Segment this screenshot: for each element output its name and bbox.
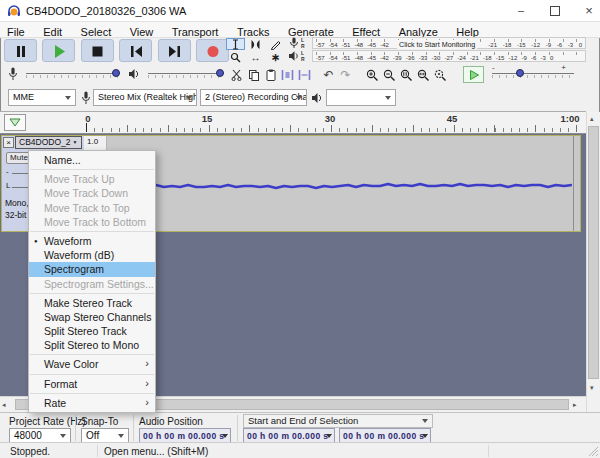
menu-item-name[interactable]: Name...	[29, 153, 155, 167]
timeline-label: 30	[325, 113, 336, 124]
menu-item-format[interactable]: Format›	[29, 377, 155, 391]
zoom-tool-icon	[230, 52, 241, 63]
recording-meter[interactable]: L R -57 -54 -51 -48 -45 -42 Click to Sta…	[288, 37, 586, 49]
menu-item-move-track-to-top: Move Track to Top	[29, 201, 155, 215]
envelope-tool-button[interactable]	[246, 38, 265, 50]
time-shift-tool-button[interactable]: ↔	[246, 51, 265, 63]
monitoring-message[interactable]: Click to Start Monitoring	[397, 40, 477, 49]
recording-volume-slider[interactable]	[26, 67, 120, 81]
speaker-icon	[288, 50, 299, 62]
scroll-up-icon[interactable]: ▴	[590, 115, 594, 123]
waveform	[108, 136, 572, 231]
selection-mode-select[interactable]: Start and End of Selection	[243, 414, 433, 428]
submenu-arrow-icon: ›	[145, 376, 149, 390]
skip-to-end-icon	[166, 43, 182, 59]
recording-meter-panel: -57 -54 -51 -48 -45 -42 Click to Start M…	[312, 37, 586, 49]
timeline-ruler[interactable]: 0 15 30 45 1:00	[0, 111, 586, 134]
menu-item-swap-stereo-channels[interactable]: Swap Stereo Channels	[29, 310, 155, 324]
pause-button[interactable]	[4, 39, 37, 62]
menu-item-waveform[interactable]: ●Waveform	[29, 234, 155, 248]
zoom-in-button[interactable]	[364, 67, 381, 83]
selection-end-value: 00 h 00 m 00.000 s	[343, 431, 424, 441]
record-button[interactable]	[196, 39, 229, 62]
mic-icon	[81, 91, 91, 105]
menu-separator	[30, 169, 154, 170]
zoom-selection-button[interactable]	[398, 67, 415, 83]
track-name-button[interactable]: CB4DODO_2▼	[15, 136, 82, 149]
skip-to-end-button[interactable]	[158, 39, 191, 62]
selection-mode-value: Start and End of Selection	[248, 415, 358, 426]
snap-to-label: Snap-To	[81, 416, 118, 427]
vertical-scrollbar-thumb[interactable]	[588, 126, 599, 379]
scroll-down-icon[interactable]: ▾	[590, 384, 594, 392]
play-speed-thumb[interactable]	[516, 69, 524, 77]
playback-volume-thumb[interactable]	[216, 69, 224, 77]
menu-separator	[30, 231, 154, 232]
playback-device-select[interactable]	[326, 89, 396, 106]
maximize-button[interactable]	[540, 0, 570, 21]
menu-transport[interactable]: Transport	[165, 25, 226, 40]
minimize-button[interactable]: –	[506, 0, 536, 21]
menu-edit[interactable]: Edit	[36, 25, 69, 40]
recording-channels-select[interactable]: 2 (Stereo) Recording Chann	[200, 89, 307, 106]
zoom-out-button[interactable]	[381, 67, 398, 83]
play-speed-slider[interactable]: - +	[492, 67, 574, 81]
scroll-left-icon[interactable]: ◂	[2, 401, 6, 409]
resize-grip[interactable]	[589, 447, 598, 456]
play-button[interactable]	[42, 39, 75, 62]
scroll-right-icon[interactable]: ▸	[573, 401, 577, 409]
menu-item-split-stereo-track[interactable]: Split Stereo Track	[29, 324, 155, 338]
track-close-button[interactable]: ×	[3, 137, 14, 148]
menu-item-waveform-db[interactable]: Waveform (dB)	[29, 248, 155, 262]
recording-volume-thumb[interactable]	[112, 69, 120, 77]
menu-item-rate[interactable]: Rate›	[29, 396, 155, 410]
playhead-cursor	[86, 123, 87, 132]
stop-button[interactable]	[81, 39, 114, 62]
audio-host-select[interactable]: MME	[8, 89, 76, 106]
menu-view[interactable]: View	[123, 25, 161, 40]
zoom-toggle-icon	[434, 69, 447, 82]
menu-separator	[30, 374, 154, 375]
playback-meter-panel: -57 -54 -51 -48 -45 -42 -39 -36 -33 -30 …	[312, 50, 586, 62]
multi-tool-button[interactable]: ∗	[266, 51, 285, 63]
paste-button[interactable]	[262, 67, 279, 83]
selection-tool-button[interactable]	[226, 38, 245, 50]
trim-audio-button[interactable]	[279, 67, 296, 83]
menu-file[interactable]: File	[0, 25, 32, 40]
audacity-logo-icon	[7, 4, 21, 18]
timeline-options-button[interactable]	[4, 114, 26, 131]
close-button[interactable]: ×	[574, 0, 600, 21]
menu-item-split-stereo-to-mono[interactable]: Split Stereo to Mono	[29, 338, 155, 352]
trim-audio-icon	[281, 69, 294, 81]
menu-item-spectrogram[interactable]: Spectrogram	[29, 262, 155, 276]
recording-device-select[interactable]: Stereo Mix (Realtek High De	[93, 89, 197, 106]
zoom-tool-button[interactable]	[226, 51, 245, 63]
silence-audio-button[interactable]	[296, 67, 313, 83]
draw-tool-button[interactable]	[266, 38, 285, 50]
toolbar-separator	[237, 415, 238, 441]
audio-clip[interactable]	[107, 136, 579, 231]
menu-item-wave-color[interactable]: Wave Color›	[29, 357, 155, 371]
undo-icon: ↶	[323, 68, 333, 82]
snap-to-value: Off	[86, 430, 99, 441]
menu-item-make-stereo-track[interactable]: Make Stereo Track	[29, 296, 155, 310]
cut-button[interactable]	[228, 67, 245, 83]
status-hint: Open menu... (Shift+M)	[104, 446, 208, 457]
menu-select[interactable]: Select	[74, 25, 119, 40]
recording-meter-scale-right: -21 -18 -15 -12 -9 -6 -3 0	[488, 42, 582, 48]
zoom-project-button[interactable]	[415, 67, 432, 83]
playback-meter[interactable]: L R -57 -54 -51 -48 -45 -42 -39 -36 -33 …	[288, 50, 586, 62]
copy-button[interactable]	[245, 67, 262, 83]
timeline-options-icon	[9, 118, 21, 127]
skip-to-start-button[interactable]	[119, 39, 152, 62]
playback-meter-scale: -57 -54 -51 -48 -45 -42 -39 -36 -33 -30 …	[316, 55, 582, 61]
play-at-speed-button[interactable]	[463, 66, 484, 83]
redo-button[interactable]: ↷	[337, 67, 354, 83]
zoom-toggle-button[interactable]	[432, 67, 449, 83]
menu-item-move-track-up: Move Track Up	[29, 172, 155, 186]
vertical-scrollbar[interactable]: ▴ ▾	[586, 112, 600, 412]
playback-volume-slider[interactable]	[148, 67, 224, 81]
dropdown-arrow-icon	[326, 434, 332, 438]
undo-button[interactable]: ↶	[320, 67, 337, 83]
play-icon	[51, 43, 67, 59]
